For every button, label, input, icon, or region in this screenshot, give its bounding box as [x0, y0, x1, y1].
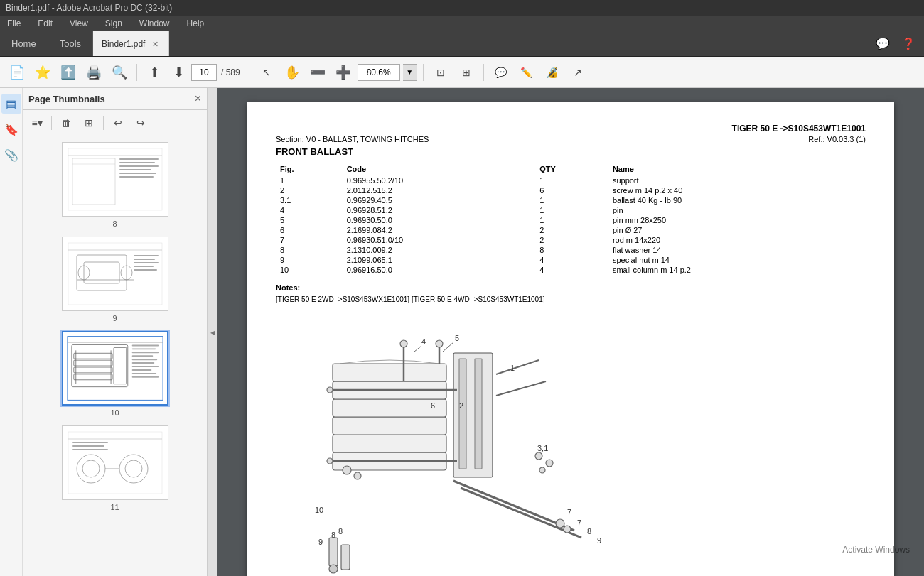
- menubar: File Edit View Sign Window Help: [0, 16, 924, 31]
- page-number-input[interactable]: 10: [191, 64, 217, 81]
- pdf-diagram: 4 5 6 6 2 1 3,1 IO_D1052_45_0-A-001 9 8 …: [276, 310, 866, 577]
- sb-insert-button[interactable]: ⊞: [79, 113, 99, 133]
- svg-rect-5: [119, 158, 159, 160]
- svg-text:7: 7: [567, 508, 571, 516]
- cell-fig: 8: [276, 245, 343, 255]
- bookmark-button[interactable]: ⭐: [31, 61, 54, 84]
- zoom-in-button[interactable]: ➕: [332, 61, 355, 84]
- search-button[interactable]: 🔍: [108, 61, 131, 84]
- cell-code: 2.0112.515.2: [343, 185, 536, 195]
- svg-text:8: 8: [331, 531, 335, 539]
- menu-view[interactable]: View: [65, 17, 92, 30]
- svg-text:6: 6: [431, 401, 435, 410]
- comment-icon[interactable]: 💬: [876, 37, 890, 50]
- cursor-tool[interactable]: ↖: [255, 61, 278, 84]
- sep-2: [249, 64, 249, 81]
- menu-window[interactable]: Window: [135, 17, 174, 30]
- sb-menu-button[interactable]: ≡▾: [27, 113, 47, 133]
- svg-rect-59: [333, 417, 446, 435]
- pdf-viewer[interactable]: TIGER 50 E ->S10S453WT1E1001 Section: V0…: [217, 88, 924, 576]
- svg-point-69: [436, 340, 443, 347]
- thumbnail-9[interactable]: 9: [28, 237, 201, 322]
- highlight-button[interactable]: ✏️: [515, 61, 538, 84]
- sidebar-close-button[interactable]: ×: [195, 92, 201, 105]
- pdf-notes: Notes: [TIGER 50 E 2WD ->S10S453WX1E1001…: [276, 282, 866, 305]
- tab-close-button[interactable]: ×: [151, 38, 159, 50]
- sb-delete-button[interactable]: 🗑: [56, 113, 76, 133]
- export-button[interactable]: ↗: [566, 61, 589, 84]
- cell-code: 0.96930.50.0: [343, 215, 536, 225]
- svg-text:8: 8: [587, 527, 591, 536]
- pdf-header: TIGER 50 E ->S10S453WT1E1001: [276, 124, 866, 134]
- svg-rect-7: [119, 165, 159, 167]
- zoom-dropdown[interactable]: ▼: [403, 64, 417, 81]
- cell-fig: 5: [276, 215, 343, 225]
- cell-name: pin: [608, 205, 866, 215]
- menu-edit[interactable]: Edit: [33, 17, 57, 30]
- svg-text:3,1: 3,1: [537, 444, 548, 452]
- sidebar-collapse-handle[interactable]: ◂: [208, 88, 217, 576]
- cell-name: pin mm 28x250: [608, 215, 866, 225]
- tab-spacer: [169, 31, 867, 56]
- zoom-input[interactable]: 80.6%: [358, 64, 400, 81]
- print-button[interactable]: 🖨️: [82, 61, 105, 84]
- comment-button[interactable]: 💬: [490, 61, 512, 84]
- svg-rect-40: [131, 362, 154, 364]
- svg-rect-39: [131, 359, 157, 360]
- thumb-img-8: [62, 142, 168, 217]
- cell-fig: 7: [276, 235, 343, 245]
- menu-file[interactable]: File: [3, 17, 25, 30]
- cell-fig: 4: [276, 205, 343, 215]
- cell-code: 2.1310.009.2: [343, 245, 536, 255]
- new-button[interactable]: 📄: [6, 61, 28, 84]
- stamp-button[interactable]: 🔏: [541, 61, 564, 84]
- cell-fig: 2: [276, 185, 343, 195]
- tab-home-label: Home: [11, 38, 36, 49]
- cell-qty: 1: [535, 215, 608, 225]
- cell-code: 0.96929.40.5: [343, 195, 536, 205]
- svg-point-82: [535, 452, 542, 460]
- thumbnail-11[interactable]: 11: [28, 425, 201, 511]
- hand-tool[interactable]: ✋: [281, 61, 303, 84]
- menu-sign[interactable]: Sign: [101, 17, 127, 30]
- cell-name: ballast 40 Kg - lb 90: [608, 195, 866, 205]
- thumbnail-10[interactable]: 10: [28, 331, 201, 417]
- cell-code: 2.1099.065.1: [343, 255, 536, 265]
- upload-button[interactable]: ⬆️: [57, 61, 80, 84]
- table-row: 7 0.96930.51.0/10 2 rod m 14x220: [276, 235, 866, 245]
- svg-rect-85: [329, 538, 338, 566]
- thumbnail-8[interactable]: 8: [28, 142, 201, 228]
- next-page-button[interactable]: ⬇: [167, 61, 190, 84]
- bookmarks-icon[interactable]: 🔖: [1, 119, 21, 139]
- zoom-out-button[interactable]: ➖: [306, 61, 329, 84]
- thumbnails-icon[interactable]: ▤: [1, 94, 21, 114]
- cell-qty: 2: [535, 225, 608, 235]
- sb-undo-button[interactable]: ↩: [108, 113, 128, 133]
- attachments-icon[interactable]: 📎: [1, 145, 21, 165]
- svg-rect-60: [333, 399, 446, 417]
- cell-qty: 1: [535, 205, 608, 215]
- table-row: 3.1 0.96929.40.5 1 ballast 40 Kg - lb 90: [276, 195, 866, 205]
- pdf-content: Fig. Code QTY Name 1 0.96955.50.2/10 1: [276, 163, 866, 310]
- fit-page-button[interactable]: ⊡: [429, 61, 452, 84]
- main-content: ▤ 🔖 📎 Page Thumbnails × ≡▾ 🗑 ⊞ ↩ ↪: [0, 88, 924, 576]
- tabbar: Home Tools Binder1.pdf × 💬 ❓: [0, 31, 924, 57]
- table-row: 9 2.1099.065.1 4 special nut m 14: [276, 255, 866, 265]
- tab-tools[interactable]: Tools: [48, 31, 93, 56]
- col-fig: Fig.: [276, 163, 343, 175]
- svg-rect-21: [134, 262, 159, 263]
- menu-help[interactable]: Help: [183, 17, 209, 30]
- cell-qty: 1: [535, 195, 608, 205]
- pdf-section-line: Section: V0 - BALLAST, TOWING HITCHES Re…: [276, 135, 866, 143]
- help-icon[interactable]: ❓: [901, 37, 915, 50]
- svg-rect-53: [72, 442, 108, 443]
- prev-page-button[interactable]: ⬆: [143, 61, 166, 84]
- sb-redo-button[interactable]: ↪: [131, 113, 151, 133]
- tab-doc[interactable]: Binder1.pdf ×: [93, 31, 169, 56]
- table-row: 6 2.1699.084.2 2 pin Ø 27: [276, 225, 866, 235]
- diagram-image: 4 5 6 6 2 1 3,1 IO_D1052_45_0-A-001 9 8 …: [290, 325, 589, 577]
- tab-home[interactable]: Home: [0, 31, 48, 56]
- sb-sep-2: [103, 116, 104, 130]
- marquee-tool[interactable]: ⊞: [455, 61, 478, 84]
- cell-fig: 3.1: [276, 195, 343, 205]
